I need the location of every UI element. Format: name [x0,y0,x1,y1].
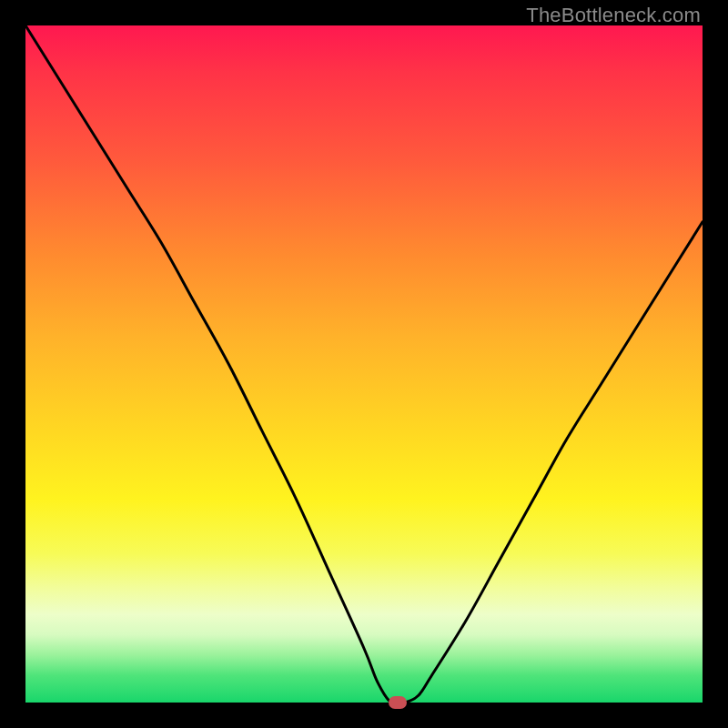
chart-frame: TheBottleneck.com [0,0,728,728]
optimal-point-marker [389,696,407,709]
plot-area [25,25,703,703]
watermark-text: TheBottleneck.com [526,4,701,27]
bottleneck-curve [25,25,703,703]
